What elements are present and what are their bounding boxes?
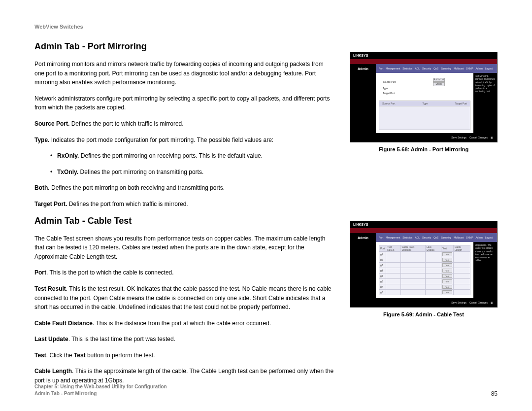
- table-row: g8Test: [379, 290, 470, 295]
- figure-port-mirroring: LINKSYS Admin PortManagementStatisticsAC…: [350, 52, 498, 152]
- definition-both: Both. Defines the port mirroring on both…: [34, 183, 335, 193]
- cable-test-table: Port Test Result Cable Fault Distance La…: [379, 245, 470, 295]
- mirroring-table: Source Port Type Target Port: [379, 101, 470, 130]
- table-row: g4Test: [379, 268, 470, 274]
- definition-target-port: Target Port. Defines the port from which…: [34, 200, 335, 209]
- table-row: g6Test: [379, 279, 470, 284]
- list-item: RxOnly. Defines the port mirroring on re…: [50, 151, 498, 161]
- help-sidebar: Port Mirroring. Monitors and mirrors net…: [473, 73, 497, 133]
- admin-tab-label: Admin: [350, 233, 376, 242]
- test-button[interactable]: Test: [442, 263, 452, 267]
- brand-logo: LINKSYS: [353, 54, 368, 58]
- brand-logo: LINKSYS: [353, 223, 368, 227]
- definition-source-port: Source Port. Defines the port to which t…: [34, 119, 335, 129]
- table-row: g3Test: [379, 263, 470, 268]
- screenshot-port-mirroring: LINKSYS Admin PortManagementStatisticsAC…: [350, 52, 498, 142]
- definition-test-button: Test. Click the Test button to perform t…: [34, 351, 335, 360]
- screenshot-cable-test: LINKSYS Admin PortManagementStatisticsAC…: [350, 221, 498, 308]
- figure-caption: Figure 5-68: Admin - Port Mirroring: [350, 146, 498, 152]
- menu-bar: PortManagementStatisticsACLSecurityQoSSp…: [376, 233, 497, 242]
- definition-last-update: Last Update. This is the last time the p…: [34, 335, 335, 344]
- add-button[interactable]: Add to List: [433, 78, 445, 82]
- test-button[interactable]: Test: [442, 258, 452, 262]
- table-row: g7Test: [379, 284, 470, 290]
- definition-cable-length: Cable Length. This is the approximate le…: [34, 367, 335, 385]
- definition-cable-fault: Cable Fault Distance. This is the distan…: [34, 319, 335, 328]
- definition-type: Type. Indicates the port mode configurat…: [34, 136, 335, 145]
- footer-section: Admin Tab - Port Mirroring: [34, 390, 167, 397]
- definition-test-result: Test Result. This is the test result. OK…: [34, 284, 335, 312]
- table-row: g1Test: [379, 252, 470, 257]
- figure-caption: Figure 5-69: Admin - Cable Test: [350, 311, 498, 317]
- paragraph: Port mirroring monitors and mirrors netw…: [34, 60, 335, 87]
- delete-button[interactable]: Delete: [433, 82, 445, 86]
- test-button[interactable]: Test: [442, 269, 452, 273]
- admin-tab-label: Admin: [350, 64, 376, 73]
- document-header: WebView Switches: [34, 24, 498, 30]
- table-row: g2Test: [379, 257, 470, 263]
- test-button[interactable]: Test: [442, 274, 452, 278]
- menu-bar: PortManagementStatisticsACLSecurityQoSSp…: [376, 64, 497, 73]
- footer-chapter: Chapter 5: Using the Web-based Utility f…: [34, 383, 167, 390]
- test-button[interactable]: Test: [442, 279, 452, 283]
- section-title-port-mirroring: Admin Tab - Port Mirroring: [34, 41, 498, 52]
- figure-cable-test: LINKSYS Admin PortManagementStatisticsAC…: [350, 221, 498, 317]
- page-number: 85: [491, 390, 498, 397]
- test-button[interactable]: Test: [442, 252, 452, 256]
- definition-port: Port. This is the port to which the cabl…: [34, 268, 335, 277]
- list-item: TxOnly. Defines the port mirroring on tr…: [50, 168, 498, 177]
- page-footer: Chapter 5: Using the Web-based Utility f…: [34, 383, 498, 397]
- help-sidebar: Diagnostics. The Cable Test screen shows…: [473, 242, 497, 298]
- test-button[interactable]: Test: [442, 290, 452, 294]
- type-options-list: RxOnly. Defines the port mirroring on re…: [34, 151, 498, 176]
- paragraph: The Cable Test screen shows you results …: [34, 234, 335, 262]
- paragraph: Network administrators configure port mi…: [34, 94, 335, 112]
- test-button[interactable]: Test: [442, 285, 452, 289]
- table-row: g5Test: [379, 274, 470, 279]
